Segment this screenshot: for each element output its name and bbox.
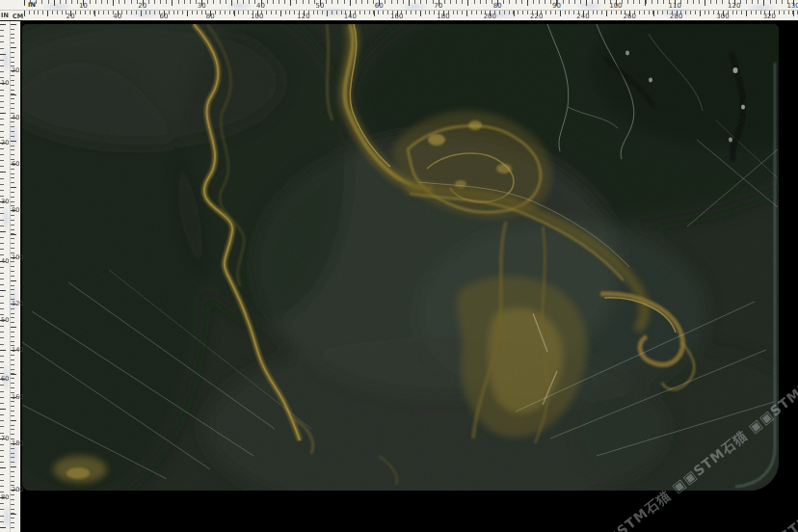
ruler-number: 10 (79, 3, 88, 10)
unit-label-inch: IN (28, 2, 36, 9)
top-ruler: IN 102030405060708090100110120130 CM 204… (0, 0, 798, 21)
ruler-number: 300 (716, 13, 729, 20)
ruler-number: 30 (1, 199, 9, 205)
ruler-number: 140 (12, 347, 23, 354)
ruler-number: 80 (493, 3, 502, 10)
ruler-number: 120 (297, 13, 309, 20)
ruler-number: 220 (530, 13, 543, 20)
ruler-number: 70 (1, 435, 9, 441)
ruler-number: 80 (1, 494, 9, 501)
ruler-number: 160 (390, 13, 403, 20)
left-ruler-cm-col: 20406080100120140160180200 (11, 21, 21, 532)
slab-scanner-view: { "rulers": { "unit_labels": { "top_inch… (0, 0, 798, 532)
ruler-number: 20 (12, 67, 19, 74)
ruler-number: 60 (375, 3, 384, 10)
unit-label-cm: CM (13, 13, 23, 20)
ruler-number: 280 (670, 13, 682, 20)
ruler-number: 90 (552, 3, 561, 10)
ruler-number: 240 (576, 13, 589, 20)
ruler-number: 60 (160, 13, 169, 20)
ruler-number: 70 (434, 3, 442, 10)
ruler-number: 130 (786, 3, 798, 10)
ruler-number: 160 (12, 393, 23, 400)
ruler-number: 30 (198, 3, 206, 10)
marble-slab-image (22, 24, 779, 491)
ruler-number: 260 (624, 13, 636, 20)
ruler-number: 40 (113, 13, 121, 20)
ruler-number: 40 (12, 114, 19, 120)
ruler-number: 200 (12, 487, 23, 493)
ruler-number: 80 (206, 13, 215, 20)
ruler-number: 40 (1, 257, 9, 264)
cm-major-ticks (11, 24, 16, 532)
ruler-number: 40 (256, 3, 265, 10)
unit-label-inch: IN (1, 13, 9, 19)
ruler-number: 100 (12, 253, 23, 260)
ruler-number: 20 (1, 140, 9, 146)
left-ruler: IN 1020304050607080 20406080100120140160… (0, 21, 21, 532)
marble-texture (22, 24, 779, 491)
ruler-number: 100 (609, 3, 622, 10)
left-ruler-inch-col: IN 1020304050607080 (0, 21, 11, 532)
ruler-number: 20 (138, 3, 146, 10)
ruler-number: 120 (12, 301, 23, 307)
ruler-number: 180 (437, 13, 449, 20)
ruler-number: 60 (12, 161, 19, 168)
ruler-number: 110 (669, 3, 681, 10)
ruler-number: 320 (763, 13, 776, 20)
ruler-number: 10 (1, 80, 9, 87)
top-ruler-cm-row: CM 2040608010012014016018020022024026028… (0, 11, 798, 21)
top-ruler-inch-row: IN 102030405060708090100110120130 (0, 0, 798, 11)
ruler-number: 60 (1, 376, 9, 383)
ruler-number: 200 (484, 13, 496, 20)
ruler-number: 20 (66, 13, 75, 20)
inch-major-ticks (0, 24, 6, 532)
ruler-number: 120 (728, 3, 740, 10)
ruler-number: 180 (12, 440, 23, 447)
ruler-number: 80 (12, 207, 19, 214)
ruler-number: 100 (251, 13, 263, 20)
ruler-number: 50 (1, 317, 9, 324)
ruler-number: 140 (344, 13, 357, 20)
ruler-number: 50 (315, 3, 324, 10)
scan-background: ▣▣STM石猫 ▣▣STM石猫 ▣▣STM石猫 ▣▣STM石猫 ▣▣STM石猫 … (21, 21, 798, 532)
